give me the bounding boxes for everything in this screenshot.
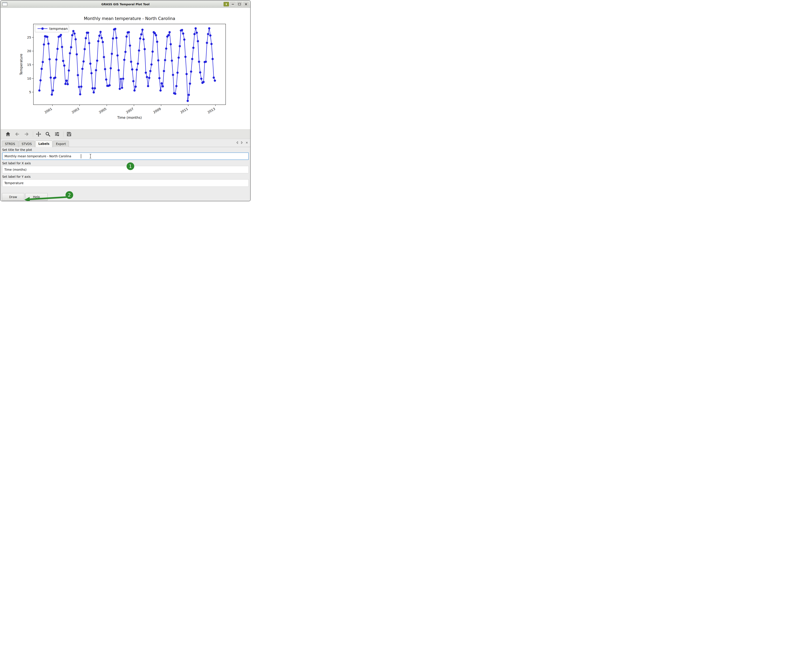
maximize-icon: [238, 3, 241, 5]
forward-button[interactable]: [23, 131, 30, 137]
y-axis-input[interactable]: [2, 179, 249, 187]
tab-scroll-left-icon[interactable]: [236, 141, 238, 144]
svg-text:2013: 2013: [207, 107, 216, 114]
toolbar-separator: [33, 131, 33, 137]
ibeam-cursor: [89, 154, 92, 158]
zoom-button[interactable]: [45, 131, 51, 137]
save-button[interactable]: [66, 131, 72, 137]
notebook-tab-bar: STRDS STVDS Labels Export: [1, 139, 250, 147]
plot-title-label: Set title for the plot: [1, 147, 250, 152]
grass-gis-temporal-plot-window: GRASS GIS Temporal Plot Tool Monthly mea…: [0, 0, 251, 201]
tab-strds[interactable]: STRDS: [2, 141, 18, 147]
svg-text:25: 25: [27, 35, 31, 39]
tab-export[interactable]: Export: [53, 141, 69, 147]
labels-panel: Set title for the plot Set label for X a…: [1, 147, 250, 201]
tab-stvds[interactable]: STVDS: [19, 141, 35, 147]
svg-text:5: 5: [29, 90, 31, 94]
tab-scroll-right-icon[interactable]: [241, 141, 243, 144]
pan-button[interactable]: [35, 131, 42, 137]
temperature-line-chart: Monthly mean temperature - North Carolin…: [1, 8, 250, 129]
window-menu-icon[interactable]: [2, 2, 7, 6]
y-axis-label: Set label for Y axis: [1, 174, 250, 179]
sliders-icon: [54, 131, 60, 137]
svg-text:2003: 2003: [71, 107, 80, 114]
matplotlib-toolbar: [1, 129, 250, 139]
svg-text:2005: 2005: [98, 107, 107, 114]
tab-bar-controls: [236, 141, 248, 144]
window-title: GRASS GIS Temporal Plot Tool: [1, 3, 250, 6]
back-arrow-icon: [14, 131, 20, 137]
forward-arrow-icon: [24, 131, 29, 137]
annotation-step-1: 1: [126, 162, 134, 170]
home-icon: [5, 131, 11, 137]
svg-text:Temperature: Temperature: [19, 54, 23, 75]
minimize-button[interactable]: [230, 2, 235, 6]
plot-title-input[interactable]: [2, 152, 249, 160]
text-caret: [81, 154, 81, 158]
home-button[interactable]: [5, 131, 11, 137]
svg-text:2011: 2011: [180, 107, 189, 114]
configure-subplots-button[interactable]: [54, 131, 60, 137]
action-button-row: Draw Help: [1, 187, 250, 201]
svg-text:10: 10: [27, 77, 31, 80]
window-controls: [224, 2, 249, 6]
x-axis-input[interactable]: [2, 166, 249, 173]
zoom-magnifier-icon: [45, 131, 51, 137]
shade-window-button[interactable]: [224, 2, 229, 6]
svg-text:2007: 2007: [125, 107, 134, 114]
maximize-button[interactable]: [237, 2, 242, 6]
plot-canvas[interactable]: Monthly mean temperature - North Carolin…: [1, 8, 250, 129]
x-axis-label: Set label for X axis: [1, 160, 250, 166]
minimize-icon: [232, 4, 234, 5]
pan-move-icon: [36, 131, 42, 137]
annotation-step-2: 2: [66, 191, 73, 199]
save-floppy-icon: [66, 131, 72, 137]
up-arrow-icon: [225, 3, 228, 5]
tab-close-icon[interactable]: [246, 141, 248, 144]
close-button[interactable]: [243, 2, 249, 6]
svg-text:Monthly mean temperature - Nor: Monthly mean temperature - North Carolin…: [84, 16, 175, 21]
svg-text:2009: 2009: [153, 107, 161, 114]
close-icon: [245, 3, 247, 5]
svg-text:2001: 2001: [44, 107, 53, 114]
back-button[interactable]: [14, 131, 21, 137]
titlebar[interactable]: GRASS GIS Temporal Plot Tool: [1, 1, 250, 8]
draw-button[interactable]: Draw: [2, 193, 24, 201]
svg-text:15: 15: [27, 63, 31, 67]
svg-text:Time (months): Time (months): [117, 116, 142, 120]
tab-labels[interactable]: Labels: [35, 141, 53, 147]
svg-text:tempmean: tempmean: [50, 27, 68, 31]
help-button[interactable]: Help: [25, 193, 48, 201]
svg-text:20: 20: [27, 49, 31, 53]
